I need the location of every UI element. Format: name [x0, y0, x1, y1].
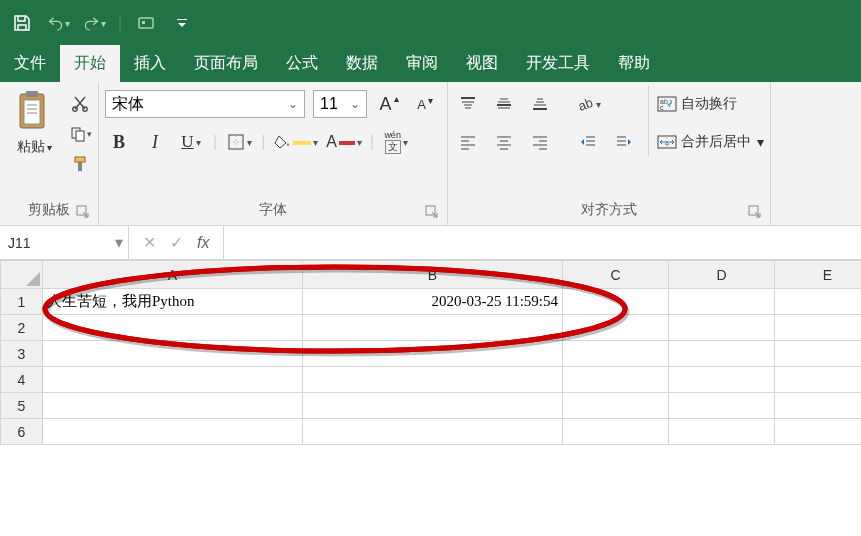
- column-header-d[interactable]: D: [669, 261, 775, 289]
- wrap-text-button[interactable]: abc 自动换行: [657, 90, 764, 118]
- svg-text:c: c: [660, 104, 664, 111]
- font-color-button[interactable]: A▾: [326, 128, 362, 156]
- font-launcher[interactable]: [425, 205, 439, 219]
- alignment-launcher[interactable]: [748, 205, 762, 219]
- row-header-2[interactable]: 2: [1, 315, 43, 341]
- format-painter-button[interactable]: [68, 152, 92, 176]
- align-left-button[interactable]: [454, 128, 482, 156]
- column-header-e[interactable]: E: [775, 261, 862, 289]
- name-box[interactable]: J11: [0, 226, 110, 259]
- redo-icon[interactable]: ▾: [82, 11, 106, 35]
- align-center-button[interactable]: [490, 128, 518, 156]
- tab-insert[interactable]: 插入: [120, 45, 180, 82]
- worksheet-grid: A B C D E 1 人生苦短，我用Python 2020-03-25 11:…: [0, 260, 861, 445]
- cell-c3[interactable]: [563, 341, 669, 367]
- cell-e2[interactable]: [775, 315, 862, 341]
- tab-view[interactable]: 视图: [452, 45, 512, 82]
- select-all-corner[interactable]: [1, 261, 43, 289]
- cell-b1[interactable]: 2020-03-25 11:59:54: [303, 289, 563, 315]
- tab-page-layout[interactable]: 页面布局: [180, 45, 272, 82]
- group-alignment: ab▾ abc 自动换行 a 合并后居中▾: [448, 82, 771, 225]
- cell-a3[interactable]: [43, 341, 303, 367]
- format-painter-icon: [71, 155, 89, 173]
- clipboard-launcher[interactable]: [76, 205, 90, 219]
- cell-b3[interactable]: [303, 341, 563, 367]
- italic-button[interactable]: I: [141, 128, 169, 156]
- formula-input[interactable]: [224, 226, 861, 259]
- cut-button[interactable]: [68, 92, 92, 116]
- cell-c6[interactable]: [563, 419, 669, 445]
- align-bottom-button[interactable]: [526, 90, 554, 118]
- cell-d5[interactable]: [669, 393, 775, 419]
- undo-icon[interactable]: ▾: [46, 11, 70, 35]
- row-header-1[interactable]: 1: [1, 289, 43, 315]
- phonetic-guide-button[interactable]: wén文▾: [382, 128, 410, 156]
- cell-e6[interactable]: [775, 419, 862, 445]
- cell-a5[interactable]: [43, 393, 303, 419]
- cell-d3[interactable]: [669, 341, 775, 367]
- cell-e1[interactable]: [775, 289, 862, 315]
- insert-function-button[interactable]: fx: [197, 234, 209, 252]
- cell-d2[interactable]: [669, 315, 775, 341]
- cell-e4[interactable]: [775, 367, 862, 393]
- tab-home[interactable]: 开始: [60, 45, 120, 82]
- increase-font-button[interactable]: A▴: [375, 90, 403, 118]
- cell-c2[interactable]: [563, 315, 669, 341]
- tab-file[interactable]: 文件: [0, 45, 60, 82]
- cell-d6[interactable]: [669, 419, 775, 445]
- cell-a6[interactable]: [43, 419, 303, 445]
- cell-b2[interactable]: [303, 315, 563, 341]
- row-header-5[interactable]: 5: [1, 393, 43, 419]
- tab-review[interactable]: 审阅: [392, 45, 452, 82]
- fill-color-button[interactable]: ▾: [273, 128, 318, 156]
- cell-e3[interactable]: [775, 341, 862, 367]
- tab-help[interactable]: 帮助: [604, 45, 664, 82]
- column-header-c[interactable]: C: [563, 261, 669, 289]
- tab-data[interactable]: 数据: [332, 45, 392, 82]
- paste-button[interactable]: 粘贴▾: [6, 86, 62, 156]
- decrease-indent-button[interactable]: [574, 128, 602, 156]
- underline-button[interactable]: U▾: [177, 128, 205, 156]
- row-header-3[interactable]: 3: [1, 341, 43, 367]
- save-icon[interactable]: [10, 11, 34, 35]
- bold-button[interactable]: B: [105, 128, 133, 156]
- row-header-6[interactable]: 6: [1, 419, 43, 445]
- wrap-text-label: 自动换行: [681, 95, 737, 113]
- cell-d1[interactable]: [669, 289, 775, 315]
- paste-label: 粘贴: [17, 138, 45, 156]
- increase-indent-button[interactable]: [610, 128, 638, 156]
- align-middle-button[interactable]: [490, 90, 518, 118]
- cell-c4[interactable]: [563, 367, 669, 393]
- cell-a2[interactable]: [43, 315, 303, 341]
- decrease-font-button[interactable]: A▾: [411, 90, 439, 118]
- cell-a1[interactable]: 人生苦短，我用Python: [43, 289, 303, 315]
- align-right-button[interactable]: [526, 128, 554, 156]
- touch-mode-icon[interactable]: [134, 11, 158, 35]
- align-top-button[interactable]: [454, 90, 482, 118]
- cell-a4[interactable]: [43, 367, 303, 393]
- cell-b5[interactable]: [303, 393, 563, 419]
- orientation-button[interactable]: ab▾: [574, 90, 602, 118]
- customize-qat-icon[interactable]: [170, 11, 194, 35]
- group-font: 宋体⌄ 11⌄ A▴ A▾ B I U▾ | ▾ | ▾ A▾ | wén文▾: [99, 82, 448, 225]
- cell-d4[interactable]: [669, 367, 775, 393]
- column-header-a[interactable]: A: [43, 261, 303, 289]
- copy-button[interactable]: ▾: [68, 122, 92, 146]
- cell-c1[interactable]: [563, 289, 669, 315]
- cell-c5[interactable]: [563, 393, 669, 419]
- svg-rect-4: [24, 100, 40, 124]
- borders-button[interactable]: ▾: [225, 128, 253, 156]
- font-name-combo[interactable]: 宋体⌄: [105, 90, 305, 118]
- fill-color-icon: [273, 135, 291, 149]
- tab-developer[interactable]: 开发工具: [512, 45, 604, 82]
- merge-center-button[interactable]: a 合并后居中▾: [657, 128, 764, 156]
- font-size-combo[interactable]: 11⌄: [313, 90, 367, 118]
- cell-b4[interactable]: [303, 367, 563, 393]
- tab-formulas[interactable]: 公式: [272, 45, 332, 82]
- column-header-b[interactable]: B: [303, 261, 563, 289]
- row-header-4[interactable]: 4: [1, 367, 43, 393]
- group-alignment-label: 对齐方式: [581, 201, 637, 217]
- cell-e5[interactable]: [775, 393, 862, 419]
- cell-b6[interactable]: [303, 419, 563, 445]
- name-box-dropdown[interactable]: ▾: [110, 233, 128, 252]
